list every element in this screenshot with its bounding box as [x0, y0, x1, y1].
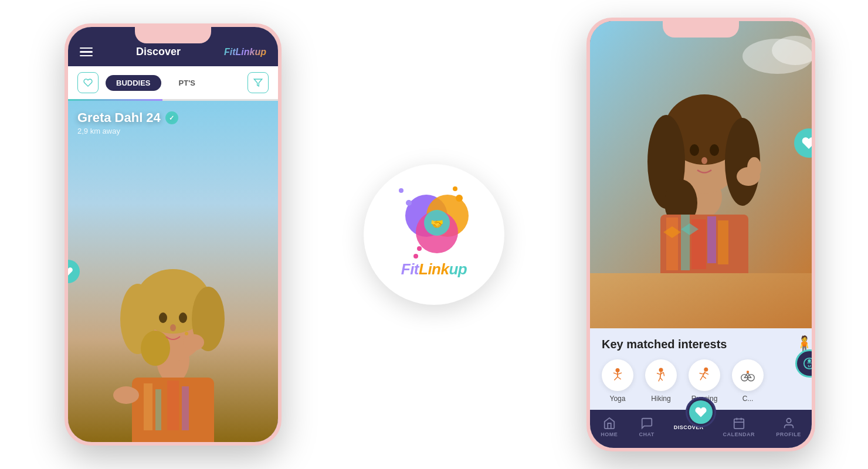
svg-point-6: [141, 331, 170, 366]
svg-line-45: [614, 377, 618, 380]
yoga-label: Yoga: [610, 395, 626, 403]
svg-point-8: [179, 312, 187, 323]
nav-chat[interactable]: CHAT: [634, 414, 659, 440]
right-portrait: [590, 21, 812, 273]
profile-distance: 2,9 km away: [77, 127, 178, 135]
svg-point-54: [704, 368, 708, 372]
left-screen: Discover FitLinkup BUDDIES PT'S: [68, 27, 278, 442]
discover-icon: [689, 400, 713, 424]
interest-hiking[interactable]: Hiking: [645, 359, 677, 403]
svg-point-72: [808, 360, 811, 362]
right-phone: Key matched interests: [586, 18, 815, 451]
chat-nav-label: CHAT: [639, 431, 654, 437]
logo-venn-diagram: 🤝: [396, 191, 472, 256]
profile-name-display: Greta Dahl 24 ✓: [77, 110, 178, 125]
nav-calendar[interactable]: CALENDAR: [718, 414, 760, 440]
svg-marker-0: [254, 79, 262, 86]
logo-dot-yellow: [453, 186, 457, 191]
profile-info: Greta Dahl 24 ✓ 2,9 km away: [77, 110, 178, 135]
svg-rect-13: [155, 389, 161, 430]
svg-rect-14: [167, 380, 179, 430]
cycling-label: C...: [742, 395, 754, 403]
svg-point-41: [616, 368, 620, 372]
interest-cycling[interactable]: C...: [732, 359, 764, 403]
profile-icon: [782, 417, 795, 430]
filter-button[interactable]: [247, 72, 269, 93]
running-icon-circle: [689, 359, 720, 391]
logo-dot-pink: [413, 254, 418, 259]
scene: Discover FitLinkup BUDDIES PT'S: [0, 0, 868, 469]
svg-line-51: [659, 378, 660, 381]
svg-point-29: [710, 144, 719, 156]
logo-dot-purple: [399, 188, 404, 193]
svg-line-57: [703, 373, 705, 374]
home-nav-label: HOME: [601, 431, 618, 437]
svg-line-56: [700, 373, 703, 374]
svg-point-16: [113, 386, 139, 404]
nav-home[interactable]: HOME: [596, 414, 622, 440]
center-logo: 🤝 Fit Link up: [364, 164, 504, 305]
discover-center-button[interactable]: [686, 397, 716, 427]
hiking-label: Hiking: [651, 395, 670, 403]
svg-line-44: [618, 373, 622, 375]
notch-left: [135, 27, 211, 43]
home-icon: [603, 417, 616, 430]
svg-rect-66: [734, 419, 744, 429]
svg-rect-33: [681, 215, 690, 270]
interest-running[interactable]: Running: [689, 359, 720, 403]
svg-line-52: [660, 378, 663, 380]
svg-rect-35: [707, 216, 716, 263]
svg-point-28: [690, 144, 699, 156]
svg-point-17: [183, 334, 204, 351]
verified-badge: ✓: [165, 111, 178, 124]
svg-rect-12: [144, 383, 152, 430]
chat-icon: [640, 417, 653, 430]
svg-line-43: [613, 373, 618, 375]
profile-portrait: [79, 161, 267, 442]
svg-rect-15: [182, 386, 189, 430]
svg-point-79: [456, 195, 463, 202]
svg-point-18: [185, 332, 188, 335]
header-logo: FitLinkup: [224, 47, 266, 57]
svg-line-49: [657, 373, 660, 375]
logo-text-link: Link: [419, 260, 449, 278]
right-photo-section: [590, 21, 812, 328]
matched-interests-title: Key matched interests: [602, 338, 800, 351]
bottom-nav: HOME CHAT DISCOVER: [590, 410, 812, 448]
svg-line-60: [705, 373, 708, 375]
pts-tab[interactable]: PT'S: [168, 75, 206, 91]
left-phone: Discover FitLinkup BUDDIES PT'S: [65, 23, 282, 446]
svg-line-53: [663, 372, 664, 376]
profile-nav-label: PROFILE: [776, 431, 801, 437]
cycling-icon-circle: [732, 359, 764, 391]
interest-yoga[interactable]: Yoga: [602, 359, 633, 403]
nav-profile[interactable]: PROFILE: [771, 414, 806, 440]
filter-row: BUDDIES PT'S: [68, 66, 278, 99]
svg-point-9: [170, 324, 176, 331]
svg-line-58: [700, 376, 703, 380]
svg-point-78: [406, 200, 412, 206]
svg-point-40: [747, 157, 761, 178]
svg-rect-32: [666, 217, 678, 270]
svg-rect-36: [718, 220, 728, 264]
logo-brand-name: Fit Link up: [401, 260, 467, 278]
svg-point-80: [417, 246, 422, 251]
heart-filter-button[interactable]: [77, 72, 99, 93]
buddies-tab[interactable]: BUDDIES: [106, 75, 161, 91]
svg-line-46: [618, 377, 621, 379]
page-title: Discover: [136, 46, 181, 58]
logo-text-fit: Fit: [401, 260, 419, 278]
calendar-icon: [733, 417, 745, 430]
svg-point-7: [159, 312, 167, 323]
menu-button[interactable]: [80, 47, 93, 57]
profile-section: Greta Dahl 24 ✓ 2,9 km away: [68, 101, 278, 442]
svg-line-48: [660, 372, 661, 378]
calendar-nav-label: CALENDAR: [723, 431, 755, 437]
svg-point-30: [701, 157, 707, 164]
right-screen: Key matched interests: [590, 21, 812, 448]
notch-right: [663, 21, 739, 38]
svg-text:🤝: 🤝: [430, 217, 444, 230]
svg-point-47: [659, 368, 663, 372]
venn-svg: 🤝: [396, 191, 472, 256]
hiking-icon-circle: [645, 359, 677, 391]
